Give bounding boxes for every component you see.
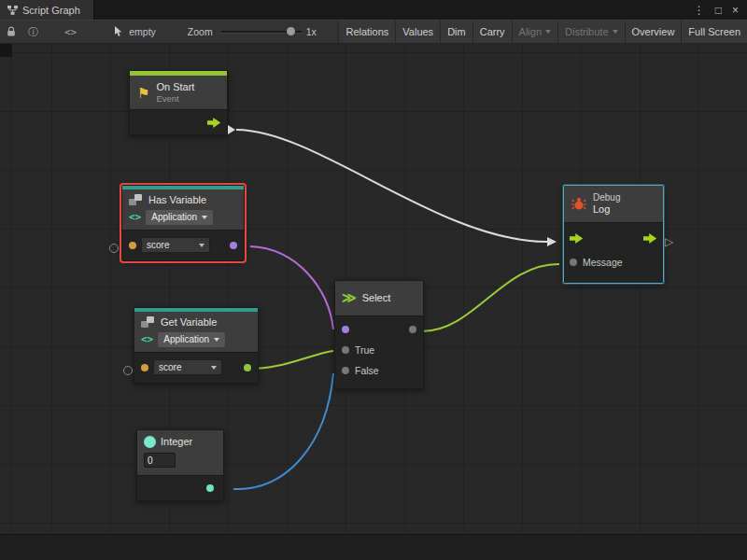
titlebar: Script Graph ⋮ □ × xyxy=(0,0,747,20)
wire-arrowhead xyxy=(547,237,557,246)
condition-input-port[interactable] xyxy=(342,326,349,333)
has-variable-header: Has Variable <> Application xyxy=(122,189,244,230)
wire-onstart-to-log[interactable] xyxy=(236,130,547,242)
variable-name-dropdown[interactable]: score xyxy=(141,237,210,254)
canvas-corner xyxy=(0,44,12,57)
script-graph-window: Script Graph ⋮ □ × ⓘ <> empty Zoom xyxy=(0,0,747,560)
dim-button[interactable]: Dim xyxy=(440,21,472,43)
chevron-down-icon xyxy=(211,366,217,370)
variable-scope-dropdown[interactable]: Application xyxy=(146,210,213,225)
integer-value-input[interactable] xyxy=(144,453,176,468)
connection-end-triangle: ▷ xyxy=(665,236,673,247)
fullscreen-button-label: Full Screen xyxy=(688,26,740,37)
canvas-bottom-strip xyxy=(0,534,747,560)
distribute-button: Distribute xyxy=(557,21,624,43)
on-start-header: ⚑ On Start Event xyxy=(130,76,227,109)
node-get-variable[interactable]: Get Variable <> Application score xyxy=(134,307,259,384)
values-button-label: Values xyxy=(402,26,433,37)
false-label: False xyxy=(355,365,379,376)
node-on-start[interactable]: ⚑ On Start Event xyxy=(129,70,228,135)
true-label: True xyxy=(355,344,374,356)
variables-icon xyxy=(129,194,144,206)
false-input-port[interactable] xyxy=(342,367,349,374)
info-icon[interactable]: ⓘ xyxy=(28,25,38,39)
kebab-menu-icon[interactable]: ⋮ xyxy=(694,5,705,16)
graph-icon xyxy=(7,6,18,15)
node-debug-log[interactable]: Debug Log Message xyxy=(563,185,664,284)
close-icon[interactable]: × xyxy=(732,5,739,16)
variable-scope-value: Application xyxy=(163,333,209,346)
int-output-port[interactable] xyxy=(206,484,214,492)
hollow-port[interactable] xyxy=(109,244,119,253)
select-title: Select xyxy=(362,292,391,304)
relations-button[interactable]: Relations xyxy=(338,21,395,43)
graph-toolbar: ⓘ <> empty Zoom 1x Relations Values Dim xyxy=(0,20,747,44)
has-variable-body: score xyxy=(122,230,244,260)
selection-output-port[interactable] xyxy=(409,326,416,333)
select-body: True False xyxy=(335,315,423,388)
wire-hasvariable-to-select[interactable] xyxy=(250,246,333,329)
zoom-slider[interactable] xyxy=(221,21,302,43)
graph-canvas[interactable]: ⚑ On Start Event Has Variable xyxy=(0,44,747,560)
tab-script-graph[interactable]: Script Graph xyxy=(0,0,94,20)
hollow-port[interactable] xyxy=(123,366,133,375)
code-icon[interactable]: <> xyxy=(64,26,77,38)
variables-icon xyxy=(141,316,156,329)
selection-status-label: empty xyxy=(129,26,156,37)
variable-scope-dropdown[interactable]: Application xyxy=(158,332,225,347)
code-icon: <> xyxy=(141,333,153,345)
wire-integer-to-select-false[interactable] xyxy=(233,373,333,489)
bug-icon xyxy=(571,197,586,211)
integer-icon xyxy=(144,436,156,448)
zoom-slider-handle[interactable] xyxy=(287,27,295,35)
node-integer[interactable]: Integer xyxy=(136,429,224,501)
fullscreen-button[interactable]: Full Screen xyxy=(681,21,747,43)
dim-button-label: Dim xyxy=(447,26,466,37)
node-has-variable[interactable]: Has Variable <> Application score xyxy=(121,185,245,261)
on-start-subtitle: Event xyxy=(156,93,194,104)
debug-log-header: Debug Log xyxy=(564,186,663,222)
get-variable-body: score xyxy=(134,352,258,383)
toolbar-buttons: Relations Values Dim Carry Align Distrib… xyxy=(338,21,747,43)
variable-scope-value: Application xyxy=(151,211,197,224)
cursor-icon xyxy=(114,26,124,37)
name-input-port[interactable] xyxy=(141,364,148,371)
connection-start-triangle xyxy=(228,125,235,134)
has-variable-title: Has Variable xyxy=(148,194,206,206)
flag-icon: ⚑ xyxy=(137,86,149,100)
flow-input-port[interactable] xyxy=(570,233,584,244)
wire-select-to-log-message[interactable] xyxy=(422,264,559,331)
message-label: Message xyxy=(583,257,623,268)
debug-log-title: Log xyxy=(593,203,620,216)
relations-button-label: Relations xyxy=(345,26,388,37)
name-input-port[interactable] xyxy=(129,242,136,249)
flow-output-port[interactable] xyxy=(643,233,657,244)
align-button-label: Align xyxy=(519,26,542,37)
carry-button[interactable]: Carry xyxy=(472,21,512,43)
value-output-port[interactable] xyxy=(244,364,251,371)
window-controls: ⋮ □ × xyxy=(694,5,747,16)
integer-body xyxy=(137,475,223,500)
integer-header: Integer xyxy=(137,430,223,475)
values-button[interactable]: Values xyxy=(395,21,440,43)
zoom-label: Zoom xyxy=(188,26,213,37)
lock-icon[interactable] xyxy=(7,26,16,37)
chevron-down-icon xyxy=(545,30,551,34)
true-input-port[interactable] xyxy=(342,346,349,354)
maximize-icon[interactable]: □ xyxy=(715,5,722,16)
overview-button[interactable]: Overview xyxy=(625,21,682,43)
message-input-port[interactable] xyxy=(570,259,577,266)
node-select[interactable]: ≫ Select True False xyxy=(334,280,424,389)
zoom-value: 1x xyxy=(306,26,317,37)
on-start-body xyxy=(130,109,227,134)
flow-output-port[interactable] xyxy=(207,118,221,128)
carry-button-label: Carry xyxy=(480,26,505,37)
distribute-button-label: Distribute xyxy=(565,26,608,37)
variable-name-dropdown[interactable]: score xyxy=(153,359,222,376)
bool-output-port[interactable] xyxy=(230,242,237,249)
chevron-down-icon xyxy=(199,244,204,247)
debug-message-row: Message xyxy=(564,251,663,273)
variable-name-value: score xyxy=(159,361,181,374)
chevron-down-icon xyxy=(202,216,207,219)
integer-title: Integer xyxy=(161,436,192,448)
